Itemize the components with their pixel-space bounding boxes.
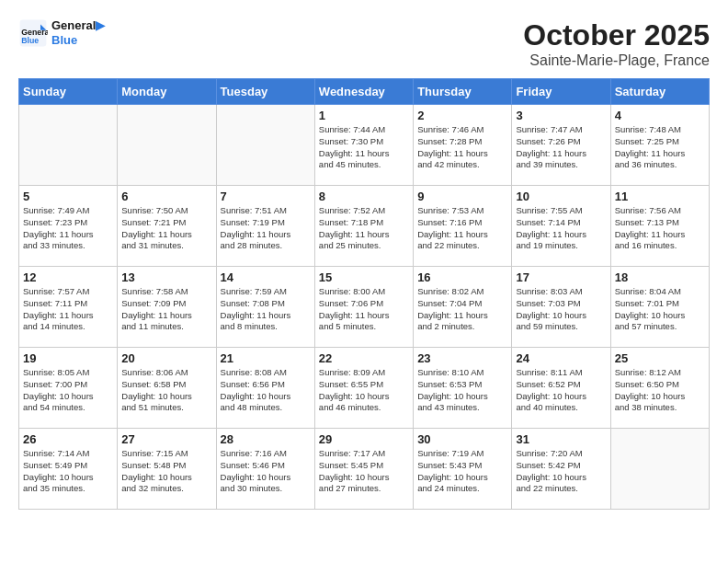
calendar-cell: 19Sunrise: 8:05 AM Sunset: 7:00 PM Dayli…	[19, 348, 118, 429]
title-block: October 2025 Sainte-Marie-Plage, France	[523, 18, 710, 69]
month-title: October 2025	[523, 18, 710, 52]
day-details: Sunrise: 7:19 AM Sunset: 5:43 PM Dayligh…	[417, 448, 507, 495]
day-details: Sunrise: 8:10 AM Sunset: 6:53 PM Dayligh…	[417, 367, 507, 414]
calendar-week-row: 19Sunrise: 8:05 AM Sunset: 7:00 PM Dayli…	[19, 348, 710, 429]
calendar-cell: 14Sunrise: 7:59 AM Sunset: 7:08 PM Dayli…	[216, 267, 314, 348]
page-header: General Blue General▶ Blue October 2025 …	[18, 18, 710, 69]
day-details: Sunrise: 8:00 AM Sunset: 7:06 PM Dayligh…	[319, 286, 409, 333]
day-number: 23	[417, 351, 507, 365]
calendar-cell: 27Sunrise: 7:15 AM Sunset: 5:48 PM Dayli…	[118, 429, 216, 510]
day-details: Sunrise: 7:50 AM Sunset: 7:21 PM Dayligh…	[121, 205, 211, 252]
day-number: 18	[615, 270, 705, 284]
location-subtitle: Sainte-Marie-Plage, France	[523, 52, 710, 69]
day-details: Sunrise: 8:03 AM Sunset: 7:03 PM Dayligh…	[516, 286, 606, 333]
weekday-header: Monday	[118, 79, 216, 105]
day-details: Sunrise: 8:11 AM Sunset: 6:52 PM Dayligh…	[516, 367, 606, 414]
calendar-cell: 18Sunrise: 8:04 AM Sunset: 7:01 PM Dayli…	[610, 267, 709, 348]
day-number: 5	[23, 190, 113, 203]
weekday-header: Thursday	[414, 79, 512, 105]
weekday-header: Friday	[512, 79, 610, 105]
day-number: 9	[417, 190, 507, 203]
svg-text:Blue: Blue	[21, 36, 39, 45]
calendar-cell: 3Sunrise: 7:47 AM Sunset: 7:26 PM Daylig…	[512, 105, 610, 186]
calendar-cell: 16Sunrise: 8:02 AM Sunset: 7:04 PM Dayli…	[414, 267, 512, 348]
calendar-cell: 13Sunrise: 7:58 AM Sunset: 7:09 PM Dayli…	[118, 267, 216, 348]
calendar-week-row: 5Sunrise: 7:49 AM Sunset: 7:23 PM Daylig…	[19, 186, 710, 267]
day-number: 24	[516, 351, 606, 365]
logo: General Blue General▶ Blue	[18, 18, 105, 48]
day-details: Sunrise: 7:20 AM Sunset: 5:42 PM Dayligh…	[516, 448, 606, 495]
day-details: Sunrise: 7:17 AM Sunset: 5:45 PM Dayligh…	[319, 448, 409, 495]
day-number: 13	[121, 270, 211, 284]
day-number: 28	[221, 432, 311, 446]
day-details: Sunrise: 7:52 AM Sunset: 7:18 PM Dayligh…	[319, 205, 409, 252]
calendar-cell: 12Sunrise: 7:57 AM Sunset: 7:11 PM Dayli…	[19, 267, 118, 348]
calendar-week-row: 26Sunrise: 7:14 AM Sunset: 5:49 PM Dayli…	[19, 429, 710, 510]
day-details: Sunrise: 7:57 AM Sunset: 7:11 PM Dayligh…	[23, 286, 113, 333]
day-number: 20	[121, 351, 211, 365]
day-details: Sunrise: 8:04 AM Sunset: 7:01 PM Dayligh…	[615, 286, 705, 333]
calendar-cell: 5Sunrise: 7:49 AM Sunset: 7:23 PM Daylig…	[19, 186, 118, 267]
calendar-cell: 9Sunrise: 7:53 AM Sunset: 7:16 PM Daylig…	[414, 186, 512, 267]
day-number: 14	[221, 270, 311, 284]
day-details: Sunrise: 7:49 AM Sunset: 7:23 PM Dayligh…	[23, 205, 113, 252]
day-details: Sunrise: 8:05 AM Sunset: 7:00 PM Dayligh…	[23, 367, 113, 414]
day-number: 2	[417, 109, 507, 122]
day-details: Sunrise: 7:56 AM Sunset: 7:13 PM Dayligh…	[615, 205, 705, 252]
day-number: 31	[516, 432, 606, 446]
day-number: 19	[23, 351, 113, 365]
weekday-header: Tuesday	[216, 79, 314, 105]
day-number: 21	[221, 351, 311, 365]
day-details: Sunrise: 7:44 AM Sunset: 7:30 PM Dayligh…	[319, 124, 409, 171]
day-number: 25	[615, 351, 705, 365]
weekday-header: Sunday	[19, 79, 118, 105]
calendar-cell: 21Sunrise: 8:08 AM Sunset: 6:56 PM Dayli…	[216, 348, 314, 429]
day-number: 15	[319, 270, 409, 284]
calendar-cell: 20Sunrise: 8:06 AM Sunset: 6:58 PM Dayli…	[118, 348, 216, 429]
calendar-cell: 24Sunrise: 8:11 AM Sunset: 6:52 PM Dayli…	[512, 348, 610, 429]
day-details: Sunrise: 8:08 AM Sunset: 6:56 PM Dayligh…	[221, 367, 311, 414]
calendar-cell: 7Sunrise: 7:51 AM Sunset: 7:19 PM Daylig…	[216, 186, 314, 267]
day-details: Sunrise: 7:47 AM Sunset: 7:26 PM Dayligh…	[516, 124, 606, 171]
calendar-cell: 6Sunrise: 7:50 AM Sunset: 7:21 PM Daylig…	[118, 186, 216, 267]
calendar-cell: 11Sunrise: 7:56 AM Sunset: 7:13 PM Dayli…	[610, 186, 709, 267]
day-details: Sunrise: 7:55 AM Sunset: 7:14 PM Dayligh…	[516, 205, 606, 252]
calendar-week-row: 12Sunrise: 7:57 AM Sunset: 7:11 PM Dayli…	[19, 267, 710, 348]
calendar-cell: 10Sunrise: 7:55 AM Sunset: 7:14 PM Dayli…	[512, 186, 610, 267]
day-number: 1	[319, 109, 409, 122]
day-details: Sunrise: 7:51 AM Sunset: 7:19 PM Dayligh…	[221, 205, 311, 252]
day-details: Sunrise: 7:48 AM Sunset: 7:25 PM Dayligh…	[615, 124, 705, 171]
day-details: Sunrise: 7:46 AM Sunset: 7:28 PM Dayligh…	[417, 124, 507, 171]
day-number: 7	[221, 190, 311, 203]
day-number: 29	[319, 432, 409, 446]
day-number: 16	[417, 270, 507, 284]
day-number: 30	[417, 432, 507, 446]
calendar-cell: 30Sunrise: 7:19 AM Sunset: 5:43 PM Dayli…	[414, 429, 512, 510]
calendar-cell: 15Sunrise: 8:00 AM Sunset: 7:06 PM Dayli…	[314, 267, 413, 348]
day-details: Sunrise: 7:16 AM Sunset: 5:46 PM Dayligh…	[221, 448, 311, 495]
calendar-cell: 8Sunrise: 7:52 AM Sunset: 7:18 PM Daylig…	[314, 186, 413, 267]
day-details: Sunrise: 7:14 AM Sunset: 5:49 PM Dayligh…	[23, 448, 113, 495]
calendar-cell: 1Sunrise: 7:44 AM Sunset: 7:30 PM Daylig…	[314, 105, 413, 186]
day-number: 3	[516, 109, 606, 122]
calendar-cell: 17Sunrise: 8:03 AM Sunset: 7:03 PM Dayli…	[512, 267, 610, 348]
day-details: Sunrise: 7:53 AM Sunset: 7:16 PM Dayligh…	[417, 205, 507, 252]
calendar-cell: 25Sunrise: 8:12 AM Sunset: 6:50 PM Dayli…	[610, 348, 709, 429]
day-details: Sunrise: 7:59 AM Sunset: 7:08 PM Dayligh…	[221, 286, 311, 333]
day-details: Sunrise: 8:12 AM Sunset: 6:50 PM Dayligh…	[615, 367, 705, 414]
weekday-header: Saturday	[610, 79, 709, 105]
weekday-header: Wednesday	[314, 79, 413, 105]
calendar-table: SundayMondayTuesdayWednesdayThursdayFrid…	[18, 78, 710, 510]
calendar-cell: 26Sunrise: 7:14 AM Sunset: 5:49 PM Dayli…	[19, 429, 118, 510]
calendar-cell	[216, 105, 314, 186]
calendar-cell: 22Sunrise: 8:09 AM Sunset: 6:55 PM Dayli…	[314, 348, 413, 429]
calendar-cell: 2Sunrise: 7:46 AM Sunset: 7:28 PM Daylig…	[414, 105, 512, 186]
calendar-cell	[610, 429, 709, 510]
day-number: 6	[121, 190, 211, 203]
day-number: 11	[615, 190, 705, 203]
day-number: 10	[516, 190, 606, 203]
calendar-cell: 29Sunrise: 7:17 AM Sunset: 5:45 PM Dayli…	[314, 429, 413, 510]
day-details: Sunrise: 7:58 AM Sunset: 7:09 PM Dayligh…	[121, 286, 211, 333]
day-number: 17	[516, 270, 606, 284]
day-number: 22	[319, 351, 409, 365]
